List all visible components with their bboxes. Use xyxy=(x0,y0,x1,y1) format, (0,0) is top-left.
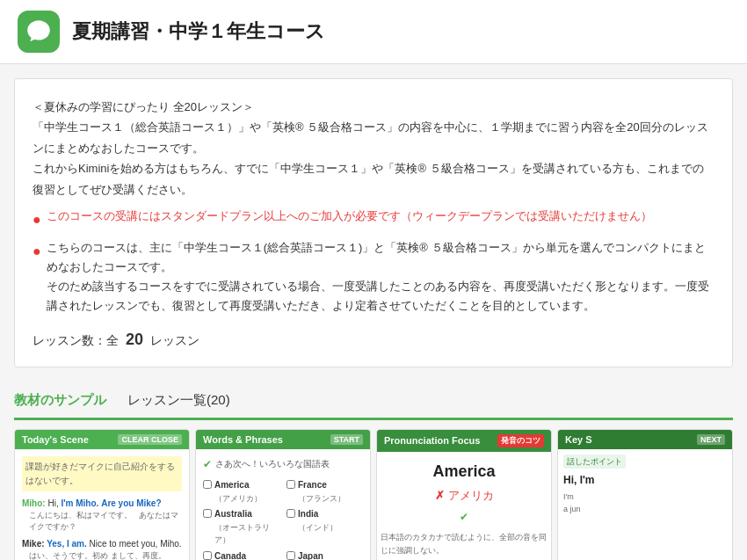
card-key-header: Key S NEXT xyxy=(558,430,732,449)
info-item: ● こちらのコースは、主に「中学生コース１(総合英語コース１)」と「英検® ５級… xyxy=(33,238,714,316)
card-words: Words & Phrases START ✔ さあ次へ！いろいろな国語表 Am… xyxy=(195,429,371,560)
app-logo-icon xyxy=(18,11,60,53)
word-france-checkbox[interactable] xyxy=(286,480,295,489)
info-icon: ● xyxy=(33,239,41,263)
page-header: 夏期講習・中学１年生コース xyxy=(0,0,747,64)
card-scene-body: 課題が好きだマイクに自己紹介をするはないです。 Miho: Hi, I'm Mi… xyxy=(15,449,189,560)
word-india-checkbox[interactable] xyxy=(286,509,295,518)
dialogue-miho1: Miho: Hi, I'm Miho. Are you Mike? こんにちは、… xyxy=(22,497,182,534)
lesson-count: レッスン数：全 20 レッスン xyxy=(33,331,714,349)
info-text: こちらのコースは、主に「中学生コース１(総合英語コース１)」と「英検® ５級合格… xyxy=(47,238,714,316)
check-icon: ✔ xyxy=(203,456,212,473)
key-small-2: a jun xyxy=(563,503,727,515)
tab-sample[interactable]: 教材のサンプル xyxy=(14,385,120,420)
mike-text2: Nice to meet you, Miho. xyxy=(90,539,182,549)
tabs-bar: 教材のサンプル レッスン一覧(20) xyxy=(14,385,733,420)
word-america-jp: （アメリカ） xyxy=(214,492,262,505)
pron-check-icon: ✔ xyxy=(460,509,468,526)
warning-text: このコースの受講にはスタンダードプラン以上へのご加入が必要です（ウィークデープラ… xyxy=(47,207,652,226)
word-australia-jp: （オーストラリア） xyxy=(214,521,279,547)
intro-line: ＜夏休みの学習にぴったり 全20レッスン＞ xyxy=(33,100,254,113)
key-label: 話したポイント xyxy=(563,455,626,469)
word-canada: Canada （カナダ） xyxy=(203,549,279,560)
card-words-badge: START xyxy=(330,434,363,445)
card-pronunciation: Pronunciation Focus 発音のコツ America ✗ アメリカ… xyxy=(376,429,552,560)
lesson-count-unit: レッスン xyxy=(150,333,199,347)
word-india-name: India xyxy=(298,507,337,521)
card-key: Key S NEXT 話したポイント Hi, I'm I'm a jun xyxy=(557,429,733,560)
word-canada-name: Canada xyxy=(214,549,254,560)
card-scene-header: Today's Scene CLEAR CLOSE xyxy=(15,430,189,449)
sample-cards: Today's Scene CLEAR CLOSE 課題が好きだマイクに自己紹介… xyxy=(14,429,733,560)
words-subtitle: ✔ さあ次へ！いろいろな国語表 xyxy=(203,456,363,473)
word-america-name: America xyxy=(214,478,262,492)
pron-main-word: America xyxy=(381,459,548,484)
word-australia: Australia （オーストラリア） xyxy=(203,507,279,547)
card-key-body: 話したポイント Hi, I'm I'm a jun xyxy=(558,449,732,560)
words-subtitle-text: さあ次へ！いろいろな国語表 xyxy=(215,457,330,471)
word-japan-checkbox[interactable] xyxy=(286,551,295,560)
intro-text: ＜夏休みの学習にぴったり 全20レッスン＞ 「中学生コース１（総合英語コース１）… xyxy=(33,97,714,200)
chat-bubble-icon xyxy=(25,18,53,46)
pron-note: 日本語のカタカナで読むように、全部の音を同じに強調しない。 xyxy=(381,531,548,556)
word-france-name: France xyxy=(298,478,345,492)
key-small-1: I'm xyxy=(563,491,727,503)
scene-note: 課題が好きだマイクに自己紹介をするはないです。 xyxy=(22,456,182,491)
pron-right: ✔ xyxy=(381,509,548,526)
dialogue-mike1: Mike: Yes, I am. Nice to meet you, Miho.… xyxy=(22,537,182,560)
pron-wrong: ✗ アメリカ xyxy=(381,487,548,505)
tab-lesson-list[interactable]: レッスン一覧(20) xyxy=(127,385,244,420)
card-words-body: ✔ さあ次へ！いろいろな国語表 America （アメリカ） France （フ… xyxy=(196,449,370,560)
card-pron-body: America ✗ アメリカ ✔ 日本語のカタカナで読むように、全部の音を同じに… xyxy=(377,452,551,560)
word-australia-name: Australia xyxy=(214,507,279,521)
word-america: America （アメリカ） xyxy=(203,478,279,505)
card-words-title: Words & Phrases xyxy=(203,434,283,445)
card-pron-header: Pronunciation Focus 発音のコツ xyxy=(377,430,551,452)
warning-item: ● このコースの受講にはスタンダードプラン以上へのご加入が必要です（ウィークデー… xyxy=(33,207,714,231)
card-todays-scene: Today's Scene CLEAR CLOSE 課題が好きだマイクに自己紹介… xyxy=(14,429,190,560)
card-words-header: Words & Phrases START xyxy=(196,430,370,449)
key-sentence-1: Hi, I'm xyxy=(563,472,727,489)
card-scene-badge: CLEAR CLOSE xyxy=(118,434,182,445)
warning-icon: ● xyxy=(33,207,41,231)
speaker-miho: Miho: xyxy=(22,498,47,508)
mike-text1: Yes, I am. xyxy=(47,539,87,549)
card-scene-title: Today's Scene xyxy=(22,434,89,445)
card-key-badge: NEXT xyxy=(697,434,725,445)
card-pron-title: Pronunciation Focus xyxy=(384,435,480,446)
speaker-mike: Mike: xyxy=(22,539,47,549)
card-key-title: Key S xyxy=(565,434,592,445)
lesson-count-num: 20 xyxy=(126,331,143,348)
miho-text1: Hi, I'm Miho. Are you Mike? xyxy=(47,498,161,508)
word-america-checkbox[interactable] xyxy=(203,480,212,489)
word-france-jp: （フランス） xyxy=(298,492,345,505)
pron-x-icon: ✗ xyxy=(435,487,445,505)
body2-text: これからKiminiを始める方はもちろん、すでに「中学生コース１」や「英検® ５… xyxy=(33,162,704,195)
word-australia-checkbox[interactable] xyxy=(203,509,212,518)
word-india-jp: （インド） xyxy=(298,521,337,534)
pron-wrong-text: アメリカ xyxy=(448,487,494,505)
lesson-count-label: レッスン数：全 xyxy=(33,333,119,347)
words-grid: America （アメリカ） France （フランス） Australia xyxy=(203,478,363,560)
card-pron-badge: 発音のコツ xyxy=(497,434,544,447)
course-description: ＜夏休みの学習にぴったり 全20レッスン＞ 「中学生コース１（総合英語コース１）… xyxy=(14,78,733,367)
word-france: France （フランス） xyxy=(286,478,363,505)
body1-text: 「中学生コース１（総合英語コース１）」や「英検® ５級合格コース」の内容を中心に… xyxy=(33,120,708,154)
mike-jp1: はい、そうです。初め まして、再度。 xyxy=(29,550,182,560)
word-canada-checkbox[interactable] xyxy=(203,551,212,560)
info-line2: そのため該当するコースをすでに受講されている場合、一度受講したことのある内容を、… xyxy=(47,280,709,312)
word-india: India （インド） xyxy=(286,507,363,547)
info-line1: こちらのコースは、主に「中学生コース１(総合英語コース１)」と「英検® ５級合格… xyxy=(47,241,706,273)
page-title: 夏期講習・中学１年生コース xyxy=(72,18,325,45)
word-japan-name: Japan xyxy=(298,549,330,560)
word-japan: Japan （日本） xyxy=(286,549,363,560)
miho-jp1: こんにちは、私はマイです。 あなたはマイクですか？ xyxy=(29,510,182,534)
